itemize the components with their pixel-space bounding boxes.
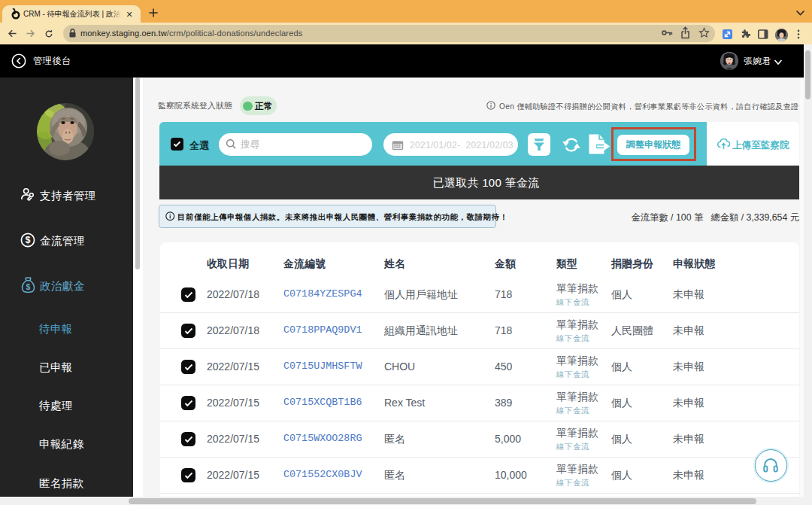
svg-text:$: $ xyxy=(26,235,31,245)
svg-text:$: $ xyxy=(26,282,31,291)
